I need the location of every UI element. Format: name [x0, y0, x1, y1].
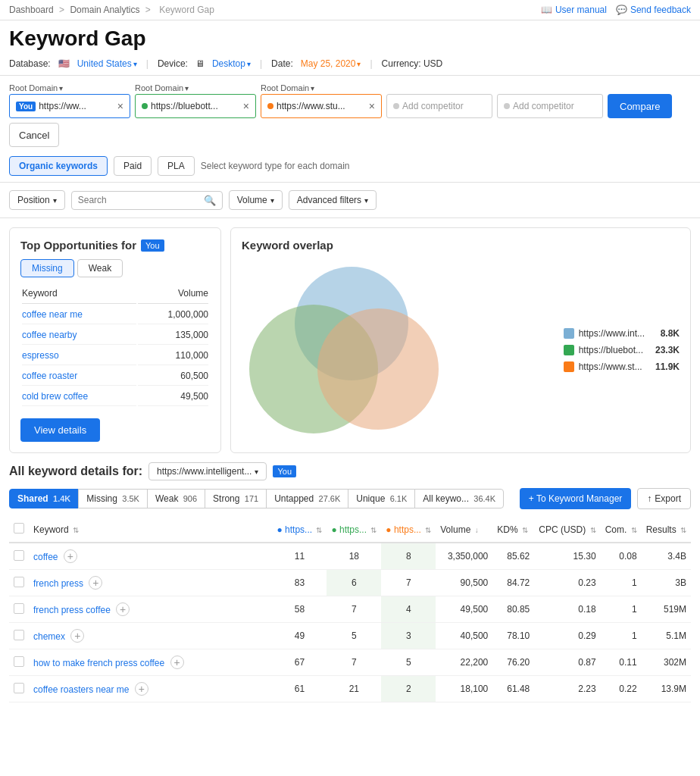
row-kd-cell: 61.48 [492, 676, 534, 702]
database-label: Database: [9, 58, 51, 69]
opp-keyword-link[interactable]: coffee near me [22, 309, 83, 320]
keyword-link[interactable]: how to make french press coffee [33, 658, 164, 668]
row-checkbox[interactable] [14, 656, 24, 667]
database-dropdown[interactable]: United States ▾ [77, 58, 137, 69]
col-cpc-header[interactable]: CPC (USD) ⇅ [534, 517, 600, 543]
opp-keyword[interactable]: coffee nearby [22, 326, 136, 345]
root-domain-label-1[interactable]: Root Domain ▾ [9, 83, 130, 92]
col-kd-header[interactable]: KD% ⇅ [492, 517, 534, 543]
row-checkbox-cell[interactable] [9, 623, 29, 649]
add-keyword-icon[interactable]: + [135, 682, 148, 696]
kw-type-paid[interactable]: Paid [114, 156, 152, 176]
col-check-all[interactable] [9, 517, 29, 543]
view-details-button[interactable]: View details [20, 418, 100, 442]
keyword-link[interactable]: french press [33, 578, 83, 589]
compare-button[interactable]: Compare [608, 94, 672, 118]
domain-tag-1[interactable]: You https://ww... × [9, 94, 130, 118]
kw-type-pla[interactable]: PLA [158, 156, 195, 176]
user-manual-button[interactable]: 📖 User manual [541, 5, 607, 15]
filter-tab-weak[interactable]: Weak 906 [147, 489, 205, 508]
row-checkbox-cell[interactable] [9, 596, 29, 623]
add-competitor-1[interactable]: Add competitor [386, 94, 492, 118]
filter-tab-count: 171 [245, 494, 258, 503]
root-domain-label-3[interactable]: Root Domain ▾ [261, 83, 382, 92]
volume-dropdown[interactable]: Volume ▾ [229, 190, 283, 210]
row-checkbox[interactable] [14, 550, 24, 561]
row-checkbox-cell[interactable] [9, 676, 29, 702]
close-domain2-icon[interactable]: × [243, 100, 249, 112]
opp-keyword[interactable]: coffee roaster [22, 367, 136, 386]
col-volume-header[interactable]: Volume ↓ [436, 517, 492, 543]
row-checkbox[interactable] [14, 630, 24, 640]
opp-keyword[interactable]: cold brew coffee [22, 387, 136, 406]
domain-tag-2[interactable]: https://bluebott... × [135, 94, 256, 118]
col-https1-header[interactable]: ● https... ⇅ [272, 517, 327, 543]
send-feedback-button[interactable]: 💬 Send feedback [616, 5, 691, 15]
row-checkbox-cell[interactable] [9, 649, 29, 676]
filter-tab-all_keywo...[interactable]: All keywo... 36.4K [414, 489, 504, 508]
check-all-checkbox[interactable] [14, 523, 24, 534]
opp-keyword-link[interactable]: cold brew coffee [22, 391, 88, 402]
keyword-link[interactable]: chemex [33, 631, 65, 642]
col-com-header[interactable]: Com. ⇅ [601, 517, 642, 543]
add-keyword-icon[interactable]: + [64, 549, 77, 563]
position-dropdown[interactable]: Position ▾ [9, 190, 65, 210]
breadcrumb-dashboard[interactable]: Dashboard [9, 5, 54, 15]
opp-tab-weak[interactable]: Weak [77, 259, 123, 277]
opp-keyword-link[interactable]: coffee nearby [22, 330, 77, 340]
opp-keyword[interactable]: espresso [22, 346, 136, 365]
device-dropdown[interactable]: Desktop ▾ [212, 58, 251, 69]
search-input[interactable] [78, 195, 204, 205]
col-keyword-header[interactable]: Keyword ⇅ [29, 517, 272, 543]
date-dropdown[interactable]: May 25, 2020 ▾ [301, 58, 361, 69]
add-competitor-2[interactable]: Add competitor [497, 94, 603, 118]
add-keyword-icon[interactable]: + [170, 656, 184, 669]
breadcrumb-domain-analytics[interactable]: Domain Analytics [70, 5, 139, 15]
opp-keyword-link[interactable]: coffee roaster [22, 371, 77, 381]
row-checkbox-cell[interactable] [9, 543, 29, 570]
col-results-header[interactable]: Results ⇅ [642, 517, 691, 543]
row-cpc-cell: 0.87 [534, 649, 600, 676]
filter-tab-unique[interactable]: Unique 6.1K [348, 489, 415, 508]
col-https2-header[interactable]: ● https... ⇅ [327, 517, 381, 543]
to-keyword-manager-button[interactable]: + To Keyword Manager [520, 488, 632, 509]
keyword-link[interactable]: french press coffee [33, 605, 111, 615]
opp-keyword[interactable]: coffee near me [22, 305, 136, 324]
list-item: espresso 110,000 [22, 346, 208, 365]
table-header-row: Keyword ⇅ ● https... ⇅ ● https... ⇅ ● ht… [9, 517, 691, 543]
filter-tab-untapped[interactable]: Untapped 27.6K [266, 489, 348, 508]
filter-tab-shared[interactable]: Shared 1.4K [9, 489, 79, 508]
row-pos1-cell: 61 [272, 676, 327, 702]
opportunities-panel: Top Opportunities for You Missing Weak K… [9, 227, 221, 453]
row-com-cell: 1 [601, 623, 642, 649]
close-domain3-icon[interactable]: × [369, 100, 375, 112]
search-box[interactable]: 🔍 [71, 191, 223, 210]
domain1-group: Root Domain ▾ You https://ww... × [9, 83, 130, 118]
row-volume-cell: 40,500 [436, 623, 492, 649]
kw-domain-select[interactable]: https://www.intelligent... ▾ [148, 462, 267, 480]
opp-tab-missing[interactable]: Missing [20, 259, 74, 277]
root-domain-label-2[interactable]: Root Domain ▾ [135, 83, 256, 92]
keyword-link[interactable]: coffee roasters near me [33, 684, 130, 695]
advanced-filters-dropdown[interactable]: Advanced filters ▾ [289, 190, 377, 210]
cancel-button[interactable]: Cancel [9, 123, 59, 147]
domain-tag-3[interactable]: https://www.stu... × [261, 94, 382, 118]
opp-table: Keyword Volume coffee near me 1,000,000 … [20, 286, 210, 408]
col-https3-header[interactable]: ● https... ⇅ [381, 517, 436, 543]
kw-type-organic[interactable]: Organic keywords [9, 156, 108, 176]
row-kd-cell: 80.85 [492, 596, 534, 623]
export-button[interactable]: ↑ Export [637, 488, 691, 509]
add-keyword-icon[interactable]: + [89, 576, 102, 590]
row-checkbox[interactable] [14, 577, 24, 587]
add-keyword-icon[interactable]: + [70, 629, 84, 643]
chevron-down-icon-10: ▾ [255, 468, 258, 476]
filter-tab-strong[interactable]: Strong 171 [205, 489, 267, 508]
row-checkbox[interactable] [14, 683, 24, 693]
opp-keyword-link[interactable]: espresso [22, 350, 59, 361]
keyword-link[interactable]: coffee [33, 552, 58, 562]
row-checkbox-cell[interactable] [9, 570, 29, 596]
close-domain1-icon[interactable]: × [117, 100, 123, 112]
filter-tab-missing[interactable]: Missing 3.5K [78, 489, 148, 508]
add-keyword-icon[interactable]: + [116, 602, 130, 616]
row-checkbox[interactable] [14, 603, 24, 614]
